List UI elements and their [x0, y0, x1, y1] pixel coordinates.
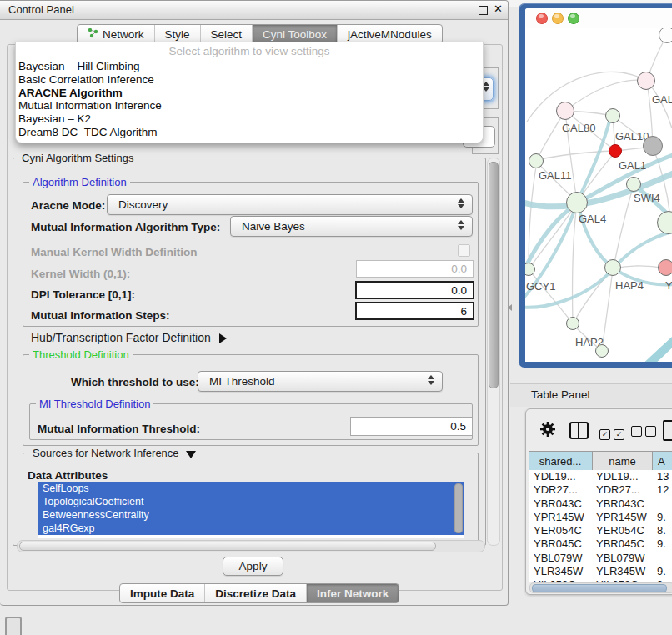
table-row[interactable]: YER054CYER054C8. [529, 524, 672, 538]
select-all-icon[interactable]: ✓✓ [599, 425, 628, 440]
tab-network-label: Network [103, 28, 144, 41]
dropdown-item[interactable]: Bayesian – Hill Climbing [16, 60, 483, 73]
tab-cyni-toolbox[interactable]: Cyni Toolbox [253, 25, 338, 43]
network-node-selected[interactable] [609, 144, 622, 158]
network-node[interactable] [604, 259, 621, 276]
manual-kernel-checkbox[interactable] [458, 244, 470, 257]
combo-arrows-icon [428, 375, 434, 385]
dropdown-item[interactable]: Mutual Information Inference [16, 99, 483, 112]
attribute-item-selected[interactable]: SelfLoops [38, 482, 464, 495]
node-label: GAL4 [579, 212, 606, 225]
network-node[interactable] [658, 259, 672, 276]
tab-network[interactable]: Network [78, 25, 155, 43]
manual-kernel-label: Manual Kernel Width Definition [31, 246, 197, 258]
control-panel-titlebar: Control Panel ✕ [0, 1, 508, 20]
attributes-scrollbar[interactable] [454, 483, 463, 533]
table-row[interactable]: YLR345WYLR345W9. [529, 565, 672, 578]
network-node[interactable] [637, 72, 655, 90]
network-node[interactable] [566, 192, 588, 213]
close-icon[interactable]: ✕ [494, 2, 503, 15]
network-window-titlebar [525, 8, 672, 29]
network-view-frame: GAL GAL80 GAL10 GAL1 GAL11 SWI4 GAL4 GCY… [525, 8, 672, 362]
zoom-traffic-light[interactable] [568, 12, 579, 24]
column-header-clipped[interactable]: A [653, 452, 672, 471]
column-header-name[interactable]: name [593, 452, 653, 471]
tab-select[interactable]: Select [201, 25, 253, 43]
deselect-all-icon[interactable] [631, 425, 659, 440]
mi-threshold-field[interactable]: 0.5 [350, 417, 473, 436]
node-label: GAL [652, 93, 672, 106]
dropdown-item-selected[interactable]: ARACNE Algorithm [16, 87, 483, 100]
network-node[interactable] [595, 344, 609, 358]
table-row[interactable]: YDR27...YDR27...12 [529, 483, 672, 497]
dropdown-placeholder: Select algorithm to view settings [16, 45, 483, 58]
table-row[interactable]: YDL19...YDL19...13 [529, 470, 672, 483]
attribute-item-selected[interactable]: BetweennessCentrality [38, 508, 464, 522]
gear-icon[interactable] [539, 421, 556, 441]
settings-horizontal-scrollbar[interactable] [17, 540, 485, 552]
scrollbar-thumb[interactable] [489, 162, 499, 388]
new-table-icon[interactable] [663, 420, 672, 441]
dock-panel-icon[interactable] [5, 617, 22, 635]
minimize-traffic-light[interactable] [552, 12, 564, 24]
which-threshold-label: Which threshold to use: [71, 376, 199, 388]
split-columns-icon[interactable] [569, 422, 589, 439]
table-row[interactable]: YBR043CYBR043C [529, 498, 672, 511]
algorithm-dropdown-popup: Select algorithm to view settings Bayesi… [15, 42, 484, 143]
dpi-tolerance-field[interactable]: 0.0 [355, 281, 474, 299]
tab-infer-network[interactable]: Infer Network [307, 584, 399, 602]
node-label: GAL1 [619, 159, 646, 172]
float-window-icon[interactable] [479, 6, 488, 15]
cyni-bottom-tabbar: Impute Data Discretize Data Infer Networ… [119, 583, 399, 603]
node-label: GAL11 [539, 169, 572, 182]
table-row[interactable]: YPR145WYPR145W9. [529, 511, 672, 524]
tab-impute-data[interactable]: Impute Data [120, 584, 205, 602]
column-header-shared-name[interactable]: shared... [529, 452, 593, 471]
tab-discretize-data[interactable]: Discretize Data [205, 584, 307, 602]
network-node[interactable] [529, 153, 544, 168]
mi-type-label: Mutual Information Algorithm Type: [31, 221, 220, 233]
tab-jactivemnodules[interactable]: jActiveMNodules [338, 25, 442, 43]
data-attributes-list: SelfLoops TopologicalCoefficient Between… [38, 482, 464, 538]
network-node[interactable] [605, 108, 620, 123]
network-node[interactable] [556, 102, 574, 120]
table-row[interactable]: YBR045CYBR045C9. [529, 538, 672, 551]
dropdown-item[interactable]: Basic Correlation Inference [16, 73, 483, 87]
mi-type-combo[interactable]: Naive Bayes [230, 216, 473, 237]
scrollbar-thumb[interactable] [19, 542, 436, 551]
attribute-item-selected[interactable]: TopologicalCoefficient [38, 495, 464, 508]
table-row[interactable]: YIL052CYIL052C9. [529, 578, 672, 582]
combo-arrows-icon [458, 220, 464, 230]
apply-button[interactable]: Apply [223, 557, 283, 576]
table-row[interactable]: YBL079WYBL079W [529, 552, 672, 565]
aracne-mode-combo[interactable]: Discovery [107, 194, 473, 215]
dropdown-item[interactable]: Dream8 DC_TDC Algorithm [16, 126, 483, 139]
network-canvas[interactable]: GAL GAL80 GAL10 GAL1 GAL11 SWI4 GAL4 GCY… [525, 28, 672, 362]
close-traffic-light[interactable] [536, 12, 548, 24]
mi-threshold-group-title: MI Threshold Definition [36, 398, 153, 410]
settings-vertical-scrollbar[interactable] [487, 158, 500, 546]
kernel-width-field[interactable]: 0.0 [356, 260, 474, 278]
table-header-row: shared... name A [529, 451, 672, 472]
attribute-item-selected[interactable]: gal4RGexp [38, 522, 464, 535]
tab-style[interactable]: Style [155, 25, 201, 43]
dropdown-item[interactable]: Bayesian – K2 [16, 112, 483, 126]
mi-steps-label: Mutual Information Steps: [31, 309, 170, 322]
which-threshold-combo[interactable]: MI Threshold [198, 371, 443, 392]
hub-definition-toggle[interactable]: Hub/Transcription Factor Definition [31, 331, 227, 344]
network-node[interactable] [626, 177, 641, 192]
mi-steps-field[interactable]: 6 [355, 302, 474, 320]
algorithm-definition-title: Algorithm Definition [29, 176, 130, 188]
aracne-mode-label: Aracne Mode: [31, 199, 105, 212]
combo-arrows-icon [458, 198, 464, 208]
scrollbar-thumb[interactable] [532, 584, 667, 592]
network-node[interactable] [659, 28, 672, 43]
table-horizontal-scrollbar[interactable] [529, 582, 672, 593]
application-screen: Control Panel ✕ Network Style Select Cyn… [0, 0, 672, 635]
network-node[interactable] [643, 136, 663, 156]
network-view-window: GAL GAL80 GAL10 GAL1 GAL11 SWI4 GAL4 GCY… [519, 3, 672, 368]
node-label: HAP4 [615, 279, 644, 292]
sources-group-title[interactable]: Sources for Network Inference [29, 447, 199, 459]
table-panel-window: ✓✓ shared... name A YDL19...YDL19...13 Y… [525, 408, 672, 595]
network-node[interactable] [566, 317, 579, 330]
